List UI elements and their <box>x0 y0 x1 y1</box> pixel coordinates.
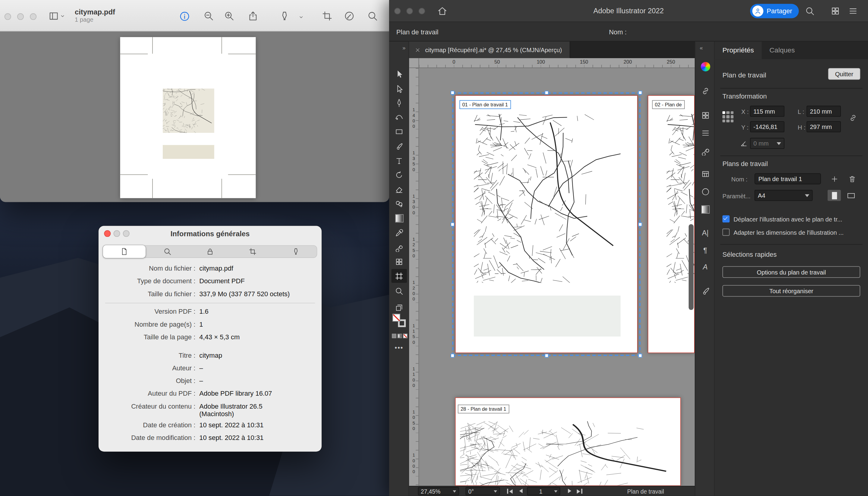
artboard-02[interactable]: 02 - Plan de <box>648 95 695 353</box>
citymap-artwork[interactable] <box>460 421 677 485</box>
illustrator-titlebar[interactable]: Adobe Illustrator 2022 Partager <box>389 0 868 22</box>
selection-handle[interactable] <box>451 354 454 358</box>
selection-handle[interactable] <box>451 222 454 226</box>
character-panel-icon[interactable]: A| <box>699 226 711 238</box>
panel-expand-chevron[interactable]: « <box>700 45 703 51</box>
preset-dropdown[interactable]: A4 <box>754 190 812 201</box>
width-field[interactable]: 210 mm <box>807 106 841 117</box>
zoom-button[interactable] <box>30 13 36 20</box>
next-artboard-button[interactable] <box>568 489 571 493</box>
toolbar-more-button[interactable]: ••• <box>395 344 404 352</box>
pdf-page[interactable] <box>120 37 256 198</box>
pathfinder-panel-icon[interactable] <box>699 144 711 156</box>
delete-artboard-button[interactable] <box>846 173 857 184</box>
artboard-name-input[interactable] <box>754 173 821 184</box>
new-artboard-button[interactable] <box>829 173 840 184</box>
selection-handle[interactable] <box>451 91 454 95</box>
selection-handle[interactable] <box>545 91 548 95</box>
zoom-tool[interactable] <box>391 284 407 298</box>
tab-layers[interactable]: Calques <box>762 42 803 59</box>
height-field[interactable]: 297 mm <box>807 121 841 132</box>
color-mode-row[interactable] <box>392 331 408 339</box>
rotation-dropdown[interactable]: 0° <box>466 487 500 495</box>
align-panel-icon[interactable] <box>699 127 711 139</box>
fill-stroke-widget[interactable] <box>392 314 406 327</box>
info-button[interactable] <box>176 9 192 23</box>
last-artboard-button[interactable] <box>577 489 582 494</box>
fit-art-checkbox[interactable] <box>723 229 730 236</box>
selection-handle[interactable] <box>638 222 642 226</box>
fill-swatch-none[interactable] <box>392 314 400 322</box>
legend-block[interactable] <box>474 296 621 337</box>
paragraph-panel-icon[interactable]: ¶ <box>699 244 711 256</box>
close-button[interactable] <box>4 13 11 20</box>
constrain-proportions-button[interactable] <box>848 112 859 124</box>
workspace-switcher-button[interactable] <box>848 6 858 18</box>
share-button[interactable]: Partager <box>750 4 799 18</box>
angle-dropdown[interactable]: 0 mm <box>750 138 785 149</box>
artboard-label[interactable]: 28 - Plan de travail 1 <box>458 405 509 414</box>
selection-handle[interactable] <box>638 354 642 358</box>
orientation-landscape-button[interactable] <box>844 190 857 201</box>
direct-selection-tool[interactable] <box>391 82 407 96</box>
move-art-checkbox[interactable] <box>723 215 730 222</box>
orientation-portrait-button[interactable] <box>827 190 841 201</box>
highlight-menu-button[interactable] <box>297 10 305 25</box>
selection-handle[interactable] <box>638 91 642 95</box>
toolbar-expand-chevron[interactable]: » <box>402 45 405 51</box>
tab-keywords[interactable] <box>146 245 189 258</box>
mesh-tool[interactable] <box>391 254 407 268</box>
canvas[interactable]: 0 50 100 150 200 250 1400 1350 1300 1250… <box>409 58 695 486</box>
reference-point-selector[interactable] <box>721 110 734 124</box>
document-tab[interactable]: citymap [Récupéré].ai* @ 27,45 % (CMJN/A… <box>409 42 570 58</box>
arrange-documents-button[interactable] <box>830 6 840 18</box>
artboard-01[interactable]: 01 - Plan de travail 1 <box>455 95 638 353</box>
rearrange-all-button[interactable]: Tout réorganiser <box>723 285 860 297</box>
type-tool[interactable] <box>391 154 407 168</box>
transform-panel-icon[interactable] <box>699 109 711 121</box>
zoom-level-dropdown[interactable]: 27,45% <box>418 487 459 495</box>
tab-crop[interactable] <box>231 245 274 258</box>
gradient-tool[interactable] <box>391 212 407 226</box>
appearance-panel-icon[interactable] <box>699 168 711 180</box>
previous-artboard-button[interactable] <box>519 489 523 493</box>
highlight-button[interactable] <box>276 9 293 23</box>
artboard-label[interactable]: 01 - Plan de travail 1 <box>459 100 511 109</box>
sidebar-toggle-button[interactable] <box>46 9 67 23</box>
search-button[interactable] <box>365 9 381 23</box>
markup-button[interactable] <box>341 9 357 23</box>
tab-annotations[interactable] <box>274 245 317 258</box>
links-panel-icon[interactable] <box>699 85 711 97</box>
info-titlebar[interactable]: Informations générales <box>98 226 322 241</box>
curvature-tool[interactable] <box>391 110 407 124</box>
eraser-tool[interactable] <box>391 183 407 197</box>
x-field[interactable]: 115 mm <box>750 106 785 117</box>
eyedropper-tool[interactable] <box>391 226 407 239</box>
rectangle-tool[interactable] <box>391 124 407 138</box>
gradient-panel-icon[interactable] <box>699 203 711 215</box>
quit-artboard-button[interactable]: Quitter <box>828 68 861 80</box>
rotate-crop-button[interactable] <box>319 9 336 23</box>
zoom-out-button[interactable] <box>200 9 217 23</box>
citymap-artwork[interactable] <box>474 114 621 283</box>
rotate-tool[interactable] <box>391 168 407 182</box>
selection-tool[interactable] <box>391 67 407 81</box>
swatches-panel-icon[interactable] <box>699 185 711 197</box>
y-field[interactable]: -1426,81 <box>750 121 785 132</box>
close-tab-icon[interactable] <box>415 47 421 53</box>
brushes-panel-icon[interactable] <box>699 285 711 297</box>
pen-tool[interactable] <box>391 96 407 110</box>
minimize-button[interactable] <box>17 13 24 20</box>
artboard-tool[interactable] <box>391 269 407 283</box>
search-button[interactable] <box>805 6 815 18</box>
shape-builder-tool[interactable] <box>391 197 407 210</box>
color-panel-icon[interactable] <box>699 60 711 72</box>
first-artboard-button[interactable] <box>507 489 512 494</box>
selection-handle[interactable] <box>545 354 548 358</box>
vertical-scrollbar[interactable] <box>689 224 694 310</box>
tab-properties[interactable]: Propriétés <box>715 42 762 59</box>
artboard-options-button[interactable]: Options du plan de travail <box>723 266 860 278</box>
paintbrush-tool[interactable] <box>391 140 407 153</box>
draw-mode-button[interactable] <box>391 300 407 314</box>
share-button[interactable] <box>245 9 261 23</box>
